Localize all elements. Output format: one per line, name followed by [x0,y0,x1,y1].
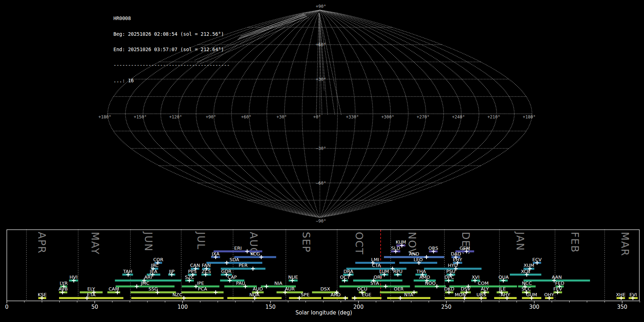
shower-label-PPS: PPS [188,269,197,274]
peak-marker-NZC [182,296,186,300]
tick-label: 150 [265,304,276,310]
shower-label-DRA: DRA [343,269,353,274]
shower-label-DKD: DKD [444,286,454,292]
shower-label-AHY: AHY [501,292,510,297]
shower-label-ORI: ORI [374,274,382,280]
tick-label: 300 [529,304,540,310]
shower-label-NUE: NUE [288,274,298,280]
map-lat-label: −30° [316,146,326,151]
tick-label: 0 [5,304,9,310]
shower-bar-SSG [131,291,176,293]
shower-label-DPC: DPC [444,274,454,280]
shower-label-SZC: SZC [185,274,194,280]
shower-bar-MON [445,297,476,299]
shower-bar-SDA [206,262,262,264]
observation-header: HR0008 Beg: 20251026 02:08:54 (sol = 212… [113,5,230,88]
shower-label-THA: THA [416,269,426,274]
meridian-line [231,10,320,218]
month-label-MAY: MAY [89,232,101,255]
shower-label-AND: AND [409,251,419,257]
tick-label: 50 [91,304,98,310]
station-id: HR0008 [113,16,230,21]
shower-label-AVB: AVB [59,286,68,292]
shower-label-PCA: PCA [198,286,207,292]
map-lon-label: +0° [313,114,321,119]
map-lon-label: +120° [169,114,182,119]
shower-label-FED: FED [555,280,565,286]
shower-label-QUA: QUA [498,274,509,280]
shower-label-XVI: XVI [472,274,480,280]
shower-label-HYD: HYD [448,263,458,268]
meteor-count-line: ...: 16 [113,78,230,83]
shower-label-NDA: NDA [249,292,260,297]
map-lon-label: +30° [277,114,287,119]
map-lon-label: +180° [523,114,536,119]
shower-label-KUM: KUM [396,239,406,245]
peak-marker-PER [251,267,255,271]
map-lon-label: +180° [98,114,111,119]
shower-label-JEA: JEA [150,269,157,274]
map-lon-label: +240° [452,114,465,119]
shower-label-COM: COM [478,280,489,286]
shower-label-ORS: ORS [428,245,438,251]
month-label-OCT: OCT [353,232,365,255]
map-lat-label: +60° [316,42,326,47]
month-label-SEP: SEP [300,232,312,253]
shower-label-OER: OER [394,286,404,292]
shower-label-CAM: CAM [108,286,119,292]
peak-marker-SDA [225,261,229,265]
shower-label-KCG: KCG [250,251,260,257]
tick-label: 250 [441,304,452,310]
tick-label: 100 [177,304,188,310]
shower-label-AMO: AMO [419,274,430,280]
x-axis: 050100150200250300350Solar longitude (de… [5,301,640,316]
shower-label-NIA: NIA [274,280,283,286]
shower-label-CTA: CTA [372,263,381,268]
peak-marker-NTA [398,296,402,300]
month-label-MAR: MAR [619,232,631,257]
month-label-APR: APR [36,232,48,254]
shower-label-SDA: SDA [229,257,239,262]
shower-label-EHY: EHY [453,257,462,262]
shower-label-GEM: GEM [459,245,470,251]
shower-label-NOO: NOO [425,280,435,286]
peak-marker-ARD [343,296,347,300]
shower-label-ERI: ERI [234,245,241,251]
shower-label-LUM: LUM [379,269,389,274]
shower-bar-SPE [289,297,321,299]
shower-label-ZCS: ZCS [201,269,211,274]
shower-label-FEV: FEV [553,286,562,292]
header-separator: ---------------------------------------- [113,63,230,68]
tick-label: 200 [353,304,364,310]
shower-label-AAN: AAN [552,274,562,280]
meteor-observation-plot: +180°+150°+120°+90°+60°+30°+0°+330°+300°… [0,0,644,322]
shower-label-JLE: JLE [498,286,506,292]
shower-label-GDR: GDR [221,269,231,274]
peak-marker-EGE [353,296,357,300]
shower-label-PSU: PSU [446,269,455,274]
shower-label-PAU: PAU [236,280,245,286]
shower-label-OCU: OCU [357,286,367,292]
trail-solid-line [238,16,307,39]
activity-timeline: APRMAYJUNJULAUGSEPOCTNOVDECJANFEBMAR0501… [5,230,640,316]
shower-label-IPE: IPE [197,280,204,286]
shower-label-SSG: SSG [148,286,158,292]
shower-label-DSV: DSV [461,286,470,292]
end-time-line: End: 20251026 03:57:07 (sol = 212.64°) [113,47,230,52]
shower-label-EVI: EVI [629,292,637,297]
shower-label-ARI: ARI [144,274,152,280]
trail-dotted-line [319,14,328,115]
map-lon-label: +150° [134,114,147,119]
peak-marker-PCA [214,291,218,294]
shower-label-XCB: XCB [521,269,530,274]
shower-bars: KUMERISLDORSGEMJXAKCGANDDADCORSDALMILEOE… [38,239,638,300]
shower-label-JMC: JMC [140,280,149,286]
map-lon-label: +90° [206,114,216,119]
month-label-JAN: JAN [514,231,526,251]
peak-marker-NIA [264,284,268,288]
shower-label-STA: STA [370,280,379,286]
shower-label-NTA: NTA [404,292,414,297]
shower-label-EGE: EGE [362,292,371,297]
shower-label-OHY: OHY [544,292,554,297]
month-label-JUL: JUL [195,231,207,250]
